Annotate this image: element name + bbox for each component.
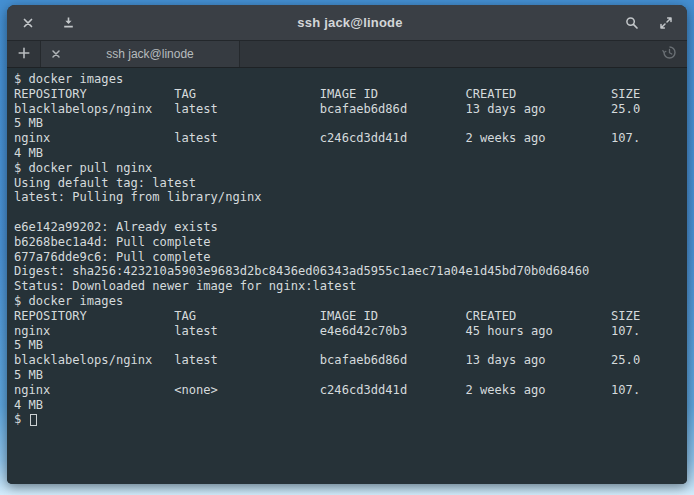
tab-label: ssh jack@linode bbox=[69, 47, 231, 61]
terminal-line: nginx latest c246cd3dd41d 2 weeks ago 10… bbox=[14, 131, 682, 146]
tabbar: ssh jack@linode bbox=[7, 41, 687, 68]
terminal-window: ssh jack@linode bbox=[7, 5, 687, 484]
terminal-line: latest: Pulling from library/nginx bbox=[14, 190, 682, 205]
terminal-line: blacklabelops/nginx latest bcafaeb6d86d … bbox=[14, 353, 682, 368]
tab-close-button[interactable] bbox=[49, 47, 63, 61]
terminal-line: 677a76dde9c6: Pull complete bbox=[14, 250, 682, 265]
terminal-line bbox=[14, 205, 682, 220]
terminal-line: Using default tag: latest bbox=[14, 176, 682, 191]
tabbar-spacer bbox=[240, 41, 651, 67]
titlebar-left-controls bbox=[19, 14, 77, 32]
prompt-text: $ bbox=[14, 412, 29, 427]
plus-icon bbox=[18, 45, 30, 63]
terminal-line: Status: Downloaded newer image for nginx… bbox=[14, 279, 682, 294]
history-clock-icon bbox=[662, 45, 677, 64]
titlebar-right-controls bbox=[623, 14, 675, 32]
terminal-line: Digest: sha256:423210a5903e9683d2bc8436e… bbox=[14, 264, 682, 279]
terminal-line: 5 MB bbox=[14, 338, 682, 353]
terminal-line: $ docker images bbox=[14, 294, 682, 309]
session-history-button[interactable] bbox=[651, 41, 687, 67]
terminal-line: nginx <none> c246cd3dd41d 2 weeks ago 10… bbox=[14, 383, 682, 398]
prompt-line: $ bbox=[14, 412, 682, 427]
expand-icon bbox=[659, 16, 673, 30]
tab-ssh-jack-linode[interactable]: ssh jack@linode bbox=[41, 41, 240, 67]
terminal-line: nginx latest e4e6d42c70b3 45 hours ago 1… bbox=[14, 324, 682, 339]
terminal-line: 4 MB bbox=[14, 146, 682, 161]
terminal-line: 5 MB bbox=[14, 368, 682, 383]
terminal-line: REPOSITORY TAG IMAGE ID CREATED SIZE bbox=[14, 87, 682, 102]
maximize-button[interactable] bbox=[657, 14, 675, 32]
search-icon bbox=[625, 16, 639, 30]
terminal-output[interactable]: $ docker images REPOSITORY TAG IMAGE ID … bbox=[7, 68, 687, 484]
terminal-line: $ docker images bbox=[14, 72, 682, 87]
terminal-line: b6268bec1a4d: Pull complete bbox=[14, 235, 682, 250]
terminal-line: 4 MB bbox=[14, 398, 682, 413]
paste-download-button[interactable] bbox=[59, 14, 77, 32]
close-icon bbox=[22, 17, 34, 29]
search-button[interactable] bbox=[623, 14, 641, 32]
terminal-line: REPOSITORY TAG IMAGE ID CREATED SIZE bbox=[14, 309, 682, 324]
new-tab-button[interactable] bbox=[7, 41, 41, 67]
terminal-line: blacklabelops/nginx latest bcafaeb6d86d … bbox=[14, 102, 682, 117]
terminal-line: e6e142a99202: Already exists bbox=[14, 220, 682, 235]
terminal-cursor bbox=[30, 414, 37, 426]
titlebar[interactable]: ssh jack@linode bbox=[7, 5, 687, 41]
close-window-button[interactable] bbox=[19, 14, 37, 32]
terminal-line: 5 MB bbox=[14, 116, 682, 131]
download-icon bbox=[62, 16, 75, 29]
window-title: ssh jack@linode bbox=[77, 15, 623, 30]
close-icon bbox=[51, 45, 61, 63]
terminal-line: $ docker pull nginx bbox=[14, 161, 682, 176]
